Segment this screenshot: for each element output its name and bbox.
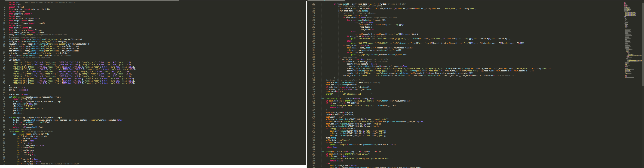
code-line[interactable]: 163 if self.verbose : print("|-Loading S… bbox=[307, 100, 642, 102]
code-line[interactable]: 155 self.sdr.deactivateStream(rxStream) … bbox=[307, 81, 642, 84]
code-line[interactable]: 66 self.rssi = 0.0 bbox=[0, 151, 306, 153]
code-line[interactable]: 133 else: bbox=[307, 31, 642, 33]
code-line[interactable]: 159 self.state='idle' bbox=[307, 91, 642, 93]
code-line[interactable]: 32 'METOP-A': {'freq': 1701.3e6, 'rssi_f… bbox=[0, 73, 306, 75]
code-line[interactable]: 190 try: bbox=[307, 162, 642, 164]
code-line[interactable]: 3import _thread bbox=[0, 6, 306, 8]
code-line[interactable]: 144 #-- save spectrum bbox=[307, 56, 642, 58]
code-line[interactable]: 186 if self.verbose : print("Starting SD… bbox=[307, 153, 642, 155]
code-line[interactable]: 40 bbox=[0, 91, 306, 94]
code-line[interactable]: 145 if spectr_fid is not None: #dump spe… bbox=[307, 58, 642, 60]
code-line[interactable]: 132 rssi_f1ind=i+1 bbox=[307, 28, 642, 31]
code-line[interactable]: 11import rospy bbox=[0, 24, 306, 27]
code-line[interactable]: 1import sys #ввод необходимых библиотек … bbox=[0, 1, 306, 4]
code-line[interactable]: 58 def __init__(self, device_str=""): bbox=[0, 133, 306, 135]
pane-divider[interactable] bbox=[306, 1, 307, 168]
code-line[interactable]: 166 return False bbox=[307, 107, 642, 109]
code-line[interactable]: 28 'NOAA 19': {'freq': 1698.0e6, 'rssi_f… bbox=[0, 63, 306, 66]
code-line[interactable]: 37} bbox=[0, 84, 306, 87]
code-line[interactable]: 68 # bbox=[0, 156, 306, 158]
code-line[interactable]: 172 if self.verbose: print("Actual Rx Ra… bbox=[307, 120, 642, 123]
code-line[interactable]: 63 self.stream_break = False bbox=[0, 144, 306, 147]
code-line[interactable]: 10from scipy.fftpack import fftshift bbox=[0, 22, 306, 24]
code-line[interactable]: 49 plt.show() bbox=[0, 112, 306, 114]
left-editor-pane[interactable]: 1import sys #ввод необходимых библиотек … bbox=[0, 1, 306, 168]
code-line[interactable]: 123 self.spectr_F,self.spectr_PSD=fft(se… bbox=[307, 8, 642, 10]
code-line[interactable]: 126 if 'rssi_freq' in self.conf: bbox=[307, 14, 642, 17]
code-line[interactable]: 179 time.sleep(1) bbox=[307, 137, 642, 139]
code-line[interactable]: 124 prev_shot_time = time.time() bbox=[307, 10, 642, 12]
code-line[interactable]: 2import time bbox=[0, 4, 306, 6]
code-line[interactable]: 50 bbox=[0, 114, 306, 117]
code-line[interactable]: 57class OSMO_SDR: ## Soapy based SDR cla… bbox=[0, 130, 306, 133]
code-line[interactable]: 4from datetime import datetime,timedelta bbox=[0, 8, 306, 11]
active-tab[interactable]: 19 bbox=[306, 0, 345, 1]
code-line[interactable]: 151 spectr_fid.write("Fbins: {}\n\n".for… bbox=[307, 72, 642, 74]
code-line[interactable]: 62 self.th = None bbox=[0, 142, 306, 144]
code-line[interactable]: 17get_telemetry = rospy.ServiceProxy('ge… bbox=[0, 38, 306, 41]
code-line[interactable]: 35 'FENGYUN 3B': {'freq': 1704.5e6, 'rss… bbox=[0, 80, 306, 82]
code-line[interactable]: 16#настройка полетных параметров bbox=[0, 36, 306, 38]
code-line[interactable]: 140 self.rssi = numpy.mean(self.spectr_P… bbox=[307, 47, 642, 49]
code-line[interactable]: 136 print("SDR WARNING: not found RSSI r… bbox=[307, 38, 642, 40]
code-line[interactable]: 148 numpy.set_printoptions(threshold=num… bbox=[307, 65, 642, 67]
code-line[interactable]: 187 if self.conf is None: bbox=[307, 155, 642, 157]
code-line[interactable]: 176 self.sdr.setGain(SOAPY_SDR_RX, 0, 'L… bbox=[307, 130, 642, 132]
code-line[interactable]: 122 #self.fft_samples = buff[0:self.FFT_… bbox=[307, 5, 642, 8]
right-editor-pane[interactable]: 121 if time.time() - prev_shot_time > se… bbox=[307, 1, 642, 168]
code-line[interactable]: 12from clover import srv bbox=[0, 27, 306, 29]
scrollbar-thumb[interactable] bbox=[642, 3, 644, 86]
code-line[interactable]: 137 else: bbox=[307, 40, 642, 42]
code-line[interactable]: 158 if spectr_fid is not None: spectr_fi… bbox=[307, 88, 642, 91]
code-line[interactable]: 38DEF_GAIN = 13.0 bbox=[0, 87, 306, 89]
code-line[interactable]: 177 self.sdr.setGain(SOAPY_SDR_RX, 0, 'M… bbox=[307, 132, 642, 134]
code-line[interactable]: 60 self.verbose = True bbox=[0, 137, 306, 140]
code-line[interactable]: 168 self.config_name=conf_file bbox=[307, 111, 642, 114]
code-line[interactable]: 59 self.device_str = device_str bbox=[0, 135, 306, 137]
code-line[interactable]: 55 return f,10*numpy.log10(Pxx) bbox=[0, 126, 306, 128]
code-line[interactable]: 23set_rates = rospy.ServiceProxy('set_ra… bbox=[0, 52, 306, 54]
code-line[interactable]: 150 spectr_fid.write("SDR RSSI range {}[… bbox=[307, 70, 642, 72]
code-line[interactable]: 127 if rssi_f0ind is None: #find range i… bbox=[307, 17, 642, 19]
code-line[interactable]: 43 global SPECTR_PLOT bbox=[0, 98, 306, 101]
code-line[interactable]: 162 def load_config(self, conf_file=None… bbox=[307, 98, 642, 100]
code-line[interactable]: 153 # bbox=[307, 77, 642, 79]
code-line[interactable]: 125 #-- calc rssi by frequency subrange bbox=[307, 12, 642, 14]
code-line[interactable]: 36 'FENGYUN 3C': {'freq': 1701.4e6, 'rss… bbox=[0, 82, 306, 84]
code-line[interactable]: 44 f, Pxx = fft(samples,sample_rate,cent… bbox=[0, 101, 306, 103]
code-line[interactable]: 135 if rssi_f0ind is None: #not yet foun… bbox=[307, 35, 642, 38]
left-code-area[interactable]: 1import sys #ввод необходимых библиотек … bbox=[0, 1, 306, 165]
right-code-area[interactable]: 121 if time.time() - prev_shot_time > se… bbox=[307, 1, 642, 168]
code-line[interactable]: 42def plot_spectr(samples,sample_rate,ce… bbox=[0, 96, 306, 98]
code-line[interactable]: 121 if time.time() - prev_shot_time > se… bbox=[307, 3, 642, 5]
code-line[interactable]: 164 if not conf_file in SDR_CONFIGS: bbox=[307, 102, 642, 104]
code-line[interactable]: 180 self.state='configured' bbox=[307, 139, 642, 141]
code-line[interactable]: 29 'METEOR-M 2': {'freq': 1700.0e6, 'rss… bbox=[0, 66, 306, 68]
code-line[interactable]: 45 plt.semilogy(f/1e6, Pxx) bbox=[0, 103, 306, 105]
code-line[interactable]: 30 'METEOR-M2 2': {'freq': 1700.0e6, 'rs… bbox=[0, 68, 306, 70]
code-line[interactable]: 5import SoapySDR bbox=[0, 11, 306, 13]
code-line[interactable]: 64 self.state='init' bbox=[0, 147, 306, 149]
code-line[interactable]: 34 'FENGYUN 3A': {'freq': 1704.5e6, 'rss… bbox=[0, 77, 306, 80]
code-line[interactable]: 131 rssi_f0ind=i bbox=[307, 26, 642, 28]
code-line[interactable]: 182 print("|-Freq:" + str(self.sdr.getFr… bbox=[307, 144, 642, 146]
code-line[interactable]: 13from std_srvs.srv import Trigger bbox=[0, 29, 306, 31]
code-line[interactable]: 54 f = f + center_freq bbox=[0, 123, 306, 126]
code-line[interactable]: 67 self.rssi_log = [] bbox=[0, 153, 306, 156]
code-line[interactable]: 27 'NOAA 18': {'freq': 1707.0e6, 'rssi_f… bbox=[0, 61, 306, 63]
code-line[interactable]: 31 'SARAL': {'freq': 1698.4e6, 'rssi_fre… bbox=[0, 70, 306, 73]
code-line[interactable]: 24land = rospy.ServiceProxy('land', Trig… bbox=[0, 54, 306, 57]
code-line[interactable]: 22set_attitude = rospy.ServiceProxy('set… bbox=[0, 50, 306, 52]
code-line[interactable]: 185 def start(self,data_file='',log_file… bbox=[307, 150, 642, 153]
code-line[interactable]: 178 self.sdr.setGain(SOAPY_SDR_RX, 0, 'V… bbox=[307, 134, 642, 137]
code-line[interactable]: 33 'METOP-B': {'freq': 1701.3e6, 'rssi_f… bbox=[0, 75, 306, 77]
code-line[interactable]: 15rospy.init_node('flight') #инициализац… bbox=[0, 34, 306, 36]
code-line[interactable]: 14from sensor_msgs.msg import Range bbox=[0, 31, 306, 34]
code-line[interactable]: 46 plt.xlabel('f [MHz]') bbox=[0, 105, 306, 107]
minimap[interactable] bbox=[624, 1, 642, 168]
code-line[interactable]: 21set_velocity = rospy.ServiceProxy('set… bbox=[0, 47, 306, 50]
code-line[interactable]: 152 spectr_fid.write("{}\t{:.1f}\t{}\n".… bbox=[307, 74, 642, 76]
code-line[interactable]: 170 self.conf = conf bbox=[307, 116, 642, 118]
code-line[interactable]: 156 self.sdr.closeStream(rxStream) bbox=[307, 84, 642, 86]
code-line[interactable]: 61 self.conf = None bbox=[0, 140, 306, 142]
